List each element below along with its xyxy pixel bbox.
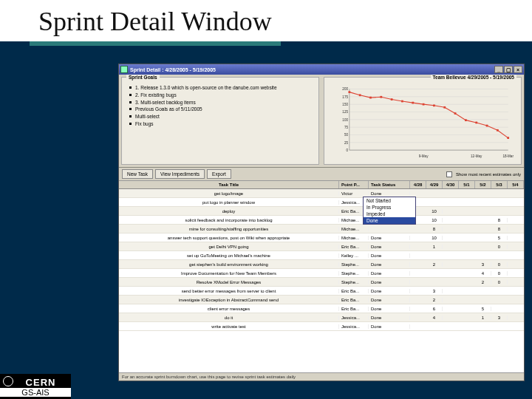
svg-text:25: 25 — [344, 141, 349, 145]
cell-task-title: solicit feedback and incorporate into ba… — [119, 218, 339, 222]
cell-day: 2 — [426, 262, 443, 267]
cell-task-status: Done — [369, 271, 410, 276]
close-button[interactable]: × — [514, 66, 522, 73]
svg-text:0: 0 — [346, 149, 348, 152]
table-row[interactable]: investigate IOException in AbstractComma… — [119, 296, 524, 304]
cell-point-person: Kelley ... — [339, 253, 369, 258]
cell-task-title: set up GoToMeeting on Michael's machine — [119, 253, 339, 258]
cell-day: 0 — [491, 271, 508, 276]
grid-header: Task Title Point P... Task Status 4/284/… — [119, 181, 524, 189]
view-impediments-button[interactable]: View Impediments — [155, 169, 205, 179]
cell-task-title: send better error messages from server t… — [119, 289, 339, 293]
recent-estimates-label: Show most recent estimates only — [456, 172, 521, 177]
svg-text:18-Mar: 18-Mar — [502, 154, 514, 158]
svg-text:75: 75 — [344, 126, 349, 129]
table-row[interactable]: set up GoToMeeting on Michael's machineK… — [119, 251, 524, 260]
cell-day: 1 — [426, 245, 443, 249]
toolbar: New Task View Impediments Export Show mo… — [119, 168, 524, 181]
cell-day: 4 — [475, 271, 491, 276]
cell-day: 2 — [475, 280, 491, 284]
cell-task-status: Done — [369, 236, 410, 240]
new-task-button[interactable]: New Task — [122, 169, 153, 179]
col-task-title[interactable]: Task Title — [119, 181, 339, 188]
cell-task-status: Done — [369, 245, 410, 249]
status-dropdown[interactable]: Not StartedIn ProgressImpededDone — [363, 197, 416, 225]
table-row[interactable]: solicit feedback and incorporate into ba… — [119, 216, 524, 225]
cell-day: 2 — [426, 298, 443, 302]
cell-point-person: Stephe... — [339, 271, 369, 276]
cell-task-status: Done — [369, 262, 410, 267]
cell-day: 4 — [426, 316, 443, 320]
col-day[interactable]: 4/30 — [443, 181, 459, 188]
cern-line1: CERN — [26, 377, 56, 388]
sprint-goals-pane: Sprint Goals 1. Release 1.3.0 which is o… — [121, 77, 319, 165]
table-row[interactable]: send better error messages from server t… — [119, 287, 524, 296]
cell-task-status: Done — [369, 316, 410, 320]
burndown-title: Team Bellevue 4/29/2005 - 5/19/2005 — [431, 75, 516, 80]
svg-rect-23 — [380, 96, 382, 98]
cell-day: 5 — [475, 307, 491, 311]
svg-rect-20 — [348, 91, 350, 93]
cell-task-status: Done — [369, 298, 410, 302]
titlebar[interactable]: Sprint Detail : 4/28/2005 - 5/19/2005 _ … — [119, 64, 524, 75]
cell-point-person: Jessica... — [339, 324, 369, 329]
cell-point-person: Eric Ba... — [339, 289, 369, 293]
table-row[interactable]: write activate testJessica...Done — [119, 322, 524, 331]
cell-day: 8 — [426, 227, 443, 231]
cell-task-title: put logo in planner window — [119, 200, 339, 205]
svg-rect-28 — [433, 104, 435, 106]
minimize-button[interactable]: _ — [494, 66, 503, 73]
recent-estimates-checkbox[interactable] — [446, 171, 452, 177]
svg-rect-35 — [507, 137, 509, 139]
cell-task-title: get stephen's build environment working — [119, 262, 339, 267]
cell-point-person: Michae... — [339, 236, 369, 240]
burndown-chart: 02550751001251501752009-May12-May18-Mar — [329, 85, 516, 160]
status-option[interactable]: Impeded — [364, 211, 415, 217]
footer-hint: For an accurate sprint burndown chart, u… — [119, 372, 524, 381]
cell-point-person: Stephe... — [339, 262, 369, 267]
title-underline — [30, 41, 281, 46]
col-day[interactable]: 5/2 — [475, 181, 491, 188]
status-option[interactable]: Not Started — [364, 197, 415, 204]
cell-task-title: do it — [119, 316, 339, 320]
status-option[interactable]: Done — [364, 217, 415, 224]
col-day[interactable]: 5/1 — [459, 181, 475, 188]
table-row[interactable]: Resolve XModel Error MessagesStephe...Do… — [119, 278, 524, 287]
table-row[interactable]: answer tech support questions, post on W… — [119, 233, 524, 242]
table-row[interactable]: Improve Documentation for New Team Membe… — [119, 269, 524, 278]
cell-task-title: get Delhi VPN going — [119, 245, 339, 249]
svg-text:12-May: 12-May — [471, 154, 482, 158]
col-day[interactable]: 5/3 — [491, 181, 508, 188]
goal-item: 1. Release 1.3.0 which is open-source on… — [129, 85, 314, 91]
cell-point-person: Jessica... — [339, 316, 369, 320]
cell-task-title: get logo/image — [119, 191, 339, 196]
top-panes: Sprint Goals 1. Release 1.3.0 which is o… — [119, 75, 524, 168]
svg-rect-27 — [423, 103, 425, 106]
export-button[interactable]: Export — [207, 169, 231, 179]
status-option[interactable]: In Progress — [364, 204, 415, 211]
table-row[interactable]: get logo/imageVictorDone — [119, 189, 524, 198]
table-row[interactable]: get stephen's build environment workingS… — [119, 260, 524, 269]
col-point-person[interactable]: Point P... — [339, 181, 369, 188]
col-day[interactable]: 5/4 — [508, 181, 524, 188]
grid-body[interactable]: Not StartedIn ProgressImpededDone get lo… — [119, 189, 524, 372]
col-day[interactable]: 4/29 — [426, 181, 443, 188]
table-row[interactable]: client error messagesEric Ba...Done65 — [119, 304, 524, 313]
table-row[interactable]: get Delhi VPN goingEric Ba...Done10 — [119, 242, 524, 251]
cell-day: 8 — [491, 218, 508, 222]
svg-rect-29 — [443, 106, 446, 109]
cell-task-title: write activate test — [119, 324, 339, 329]
cell-task-title: mine for consulting/staffing opportuniti… — [119, 227, 339, 231]
cell-day: 3 — [491, 316, 508, 320]
col-task-status[interactable]: Task Status — [369, 181, 410, 188]
svg-rect-24 — [391, 98, 393, 100]
table-row[interactable]: put logo in planner windowJessica...Done — [119, 198, 524, 207]
maximize-button[interactable]: ▢ — [504, 66, 513, 73]
svg-text:175: 175 — [342, 95, 348, 99]
cell-task-title: answer tech support questions, post on W… — [119, 236, 339, 240]
table-row[interactable]: mine for consulting/staffing opportuniti… — [119, 225, 524, 233]
col-day[interactable]: 4/28 — [410, 181, 426, 188]
table-row[interactable]: deployEric Ba...10 — [119, 207, 524, 216]
table-row[interactable]: do itJessica...Done413 — [119, 313, 524, 322]
goal-item: Previous Goals as of 5/11/2005 — [129, 106, 314, 112]
